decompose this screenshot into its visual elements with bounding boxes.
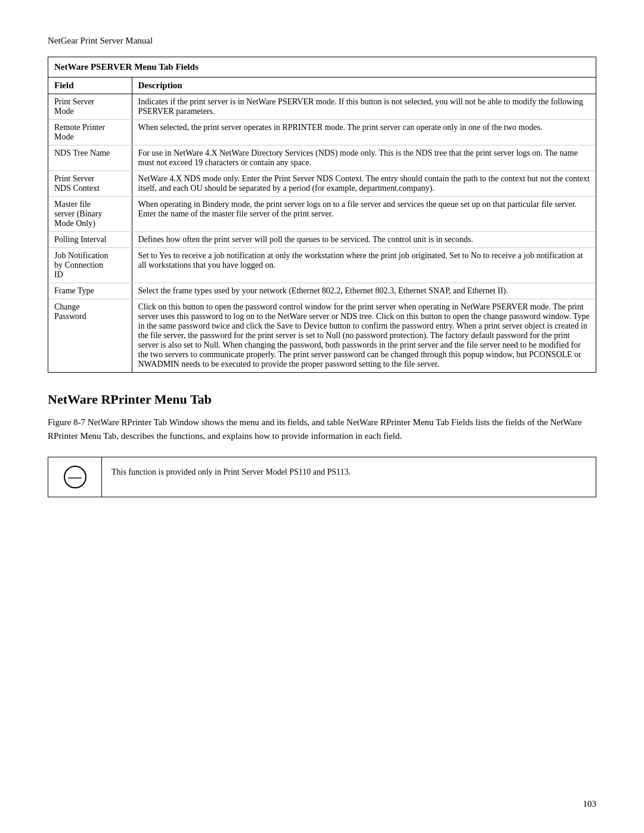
table-cell-field: Print ServerNDS Context: [48, 171, 132, 197]
table-cell-field: Master fileserver (BinaryMode Only): [48, 197, 132, 232]
table-cell-field: Print ServerMode: [48, 94, 132, 120]
note-text: This function is provided only in Print …: [102, 457, 596, 497]
table-cell-description: Set to Yes to receive a job notification…: [132, 248, 596, 283]
page-title: NetGear Print Server Manual: [48, 36, 153, 45]
rprinter-heading: NetWare RPrinter Menu Tab: [48, 392, 596, 407]
note-icon-cell: —: [48, 457, 102, 497]
table-header-row: Field Description: [48, 78, 596, 94]
table-cell-description: When selected, the print server operates…: [132, 120, 596, 145]
note-icon: —: [64, 466, 86, 488]
col-header-description: Description: [132, 78, 596, 94]
table-cell-field: Frame Type: [48, 283, 132, 299]
table-row: Print ServerNDS ContextNetWare 4.X NDS m…: [48, 171, 596, 197]
table-cell-field: ChangePassword: [48, 299, 132, 373]
table-row: Print ServerModeIndicates if the print s…: [48, 94, 596, 120]
table-cell-description: Indicates if the print server is in NetW…: [132, 94, 596, 120]
note-box: — This function is provided only in Prin…: [48, 457, 596, 497]
table-section-title: NetWare PSERVER Menu Tab Fields: [48, 57, 596, 78]
page-number: 103: [583, 799, 597, 809]
page-header: NetGear Print Server Manual: [48, 36, 596, 46]
table-cell-field: Remote PrinterMode: [48, 120, 132, 145]
table-cell-description: Click on this button to open the passwor…: [132, 299, 596, 373]
table-cell-field: Job Notificationby ConnectionID: [48, 248, 132, 283]
col-header-field: Field: [48, 78, 132, 94]
table-row: Frame TypeSelect the frame types used by…: [48, 283, 596, 299]
table-cell-field: Polling Interval: [48, 232, 132, 248]
table-cell-description: Defines how often the print server will …: [132, 232, 596, 248]
rprinter-body: Figure 8-7 NetWare RPrinter Tab Window s…: [48, 416, 596, 442]
table-row: Master fileserver (BinaryMode Only)When …: [48, 197, 596, 232]
page: NetGear Print Server Manual NetWare PSER…: [0, 0, 644, 833]
table-cell-description: When operating in Bindery mode, the prin…: [132, 197, 596, 232]
field-table: Field Description Print ServerModeIndica…: [48, 78, 596, 372]
table-cell-description: NetWare 4.X NDS mode only. Enter the Pri…: [132, 171, 596, 197]
table-row: Remote PrinterModeWhen selected, the pri…: [48, 120, 596, 145]
table-row: Polling IntervalDefines how often the pr…: [48, 232, 596, 248]
table-row: Job Notificationby ConnectionIDSet to Ye…: [48, 248, 596, 283]
table-cell-description: Select the frame types used by your netw…: [132, 283, 596, 299]
pserver-table-section: NetWare PSERVER Menu Tab Fields Field De…: [48, 57, 596, 373]
table-cell-field: NDS Tree Name: [48, 145, 132, 171]
table-cell-description: For use in NetWare 4.X NetWare Directory…: [132, 145, 596, 171]
table-row: NDS Tree NameFor use in NetWare 4.X NetW…: [48, 145, 596, 171]
table-row: ChangePasswordClick on this button to op…: [48, 299, 596, 373]
